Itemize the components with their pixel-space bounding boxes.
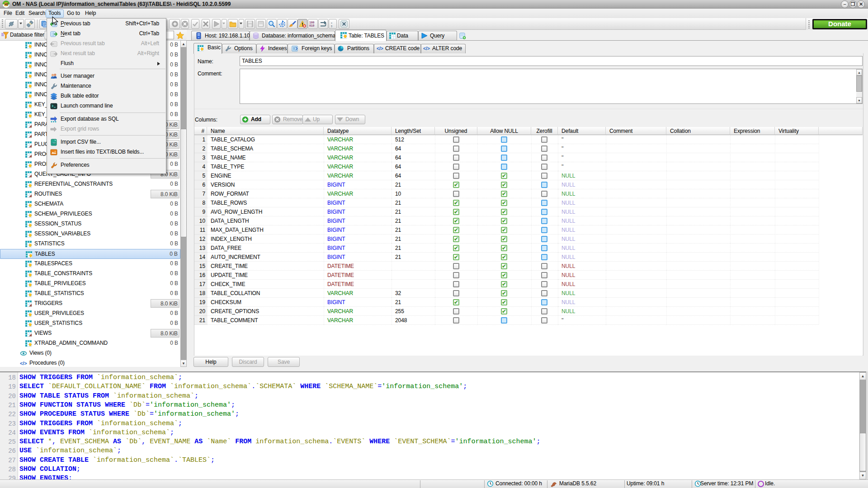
svg-text:HS: HS (5, 3, 9, 6)
